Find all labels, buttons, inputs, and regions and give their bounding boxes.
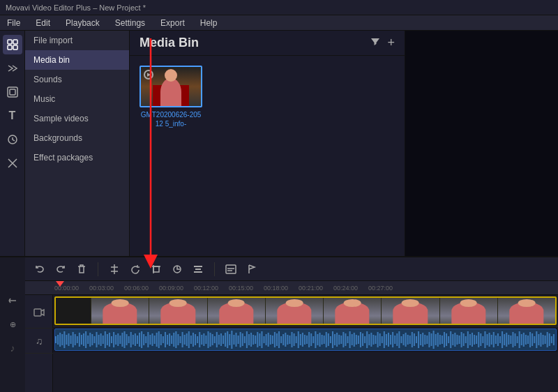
ruler-marks: 00:00:00 00:03:00 00:06:00 00:09:00 00:1… <box>25 285 558 292</box>
svg-rect-197 <box>424 335 425 345</box>
svg-rect-217 <box>467 331 469 348</box>
timeline-ruler: 00:00:00 00:03:00 00:06:00 00:09:00 00:1… <box>25 281 558 295</box>
media-bin-title: Media Bin <box>140 36 363 50</box>
video-clip[interactable] <box>54 296 557 325</box>
redo-icon[interactable] <box>53 262 68 277</box>
svg-rect-113 <box>244 336 246 343</box>
svg-rect-116 <box>250 333 252 347</box>
svg-rect-178 <box>384 331 385 348</box>
clock-tool-icon[interactable] <box>3 130 22 149</box>
menu-export[interactable]: Export <box>158 17 188 29</box>
svg-rect-111 <box>240 332 241 347</box>
media-item[interactable]: ▶ GMT20200626-20512 5_info- <box>140 66 202 128</box>
svg-rect-180 <box>388 333 389 347</box>
svg-rect-52 <box>113 332 114 347</box>
cut-icon[interactable] <box>107 262 122 277</box>
svg-rect-54 <box>117 333 119 346</box>
svg-rect-133 <box>287 335 288 345</box>
ruler-mark-7: 00:21:00 <box>299 285 333 292</box>
menu-edit[interactable]: Edit <box>33 17 53 29</box>
tools-tool-icon[interactable] <box>3 153 22 173</box>
sidebar-item-effect-packages[interactable]: Effect packages <box>25 148 129 167</box>
timeline-add-track-icon[interactable]: ⊕ <box>4 316 21 333</box>
sidebar-item-file-import[interactable]: File import <box>25 31 129 50</box>
svg-rect-132 <box>285 333 286 347</box>
svg-rect-56 <box>121 333 123 347</box>
delete-icon[interactable] <box>74 262 89 277</box>
svg-rect-97 <box>210 333 211 347</box>
svg-rect-92 <box>199 332 200 347</box>
menu-playback[interactable]: Playback <box>63 17 103 29</box>
svg-rect-103 <box>223 336 224 344</box>
video-track-label[interactable] <box>25 296 53 329</box>
transitions-tool-icon[interactable] <box>3 59 22 78</box>
timeline-zoom-icon[interactable] <box>4 292 21 309</box>
add-media-icon[interactable]: + <box>387 36 395 50</box>
app-title: Movavi Video Editor Plus – New Project * <box>6 3 146 12</box>
clip-frame-1 <box>91 298 149 324</box>
svg-rect-168 <box>362 333 363 346</box>
svg-rect-177 <box>382 336 383 343</box>
svg-rect-208 <box>448 336 449 343</box>
svg-rect-169 <box>364 336 365 343</box>
menu-settings[interactable]: Settings <box>112 17 148 29</box>
align-icon[interactable] <box>190 262 206 277</box>
svg-rect-117 <box>252 335 254 345</box>
ruler-mark-1: 00:03:00 <box>89 285 124 292</box>
svg-rect-35 <box>77 336 78 343</box>
import-tool-icon[interactable] <box>3 35 22 54</box>
audio-track[interactable] <box>53 327 558 352</box>
svg-rect-125 <box>270 335 271 345</box>
color-icon[interactable] <box>169 262 185 277</box>
svg-rect-126 <box>272 336 273 344</box>
svg-rect-160 <box>345 333 346 346</box>
sidebar-item-music[interactable]: Music <box>25 89 129 109</box>
svg-rect-66 <box>143 334 144 345</box>
svg-rect-51 <box>111 336 112 343</box>
svg-rect-105 <box>227 331 228 348</box>
svg-rect-90 <box>195 334 196 345</box>
svg-rect-242 <box>521 334 522 345</box>
svg-rect-31 <box>68 333 69 346</box>
filter-icon[interactable] <box>370 37 380 49</box>
sidebar-item-backgrounds[interactable]: Backgrounds <box>25 128 129 148</box>
svg-rect-183 <box>394 336 395 344</box>
media-thumbnail[interactable]: ▶ <box>140 66 202 107</box>
svg-rect-89 <box>193 333 194 347</box>
svg-rect-83 <box>179 336 181 343</box>
svg-rect-142 <box>306 336 308 344</box>
svg-rect-74 <box>160 334 162 345</box>
svg-rect-257 <box>553 334 555 345</box>
text-tool-icon[interactable]: T <box>3 106 22 126</box>
clip-frame-2 <box>149 298 206 324</box>
svg-rect-58 <box>126 334 128 345</box>
rotate-icon[interactable] <box>128 262 143 277</box>
sidebar-item-sample-videos[interactable]: Sample videos <box>25 109 129 128</box>
menu-file[interactable]: File <box>4 17 23 29</box>
timeline-audio-icon[interactable]: ♪ <box>4 340 21 356</box>
subtitle-icon[interactable] <box>223 262 239 277</box>
flag-icon[interactable] <box>244 262 259 277</box>
crop-icon[interactable] <box>149 262 164 277</box>
audio-waveform <box>54 329 557 351</box>
audio-track-label[interactable]: ♫ <box>25 329 53 354</box>
svg-rect-100 <box>216 332 218 347</box>
ruler-mark-4: 00:12:00 <box>194 285 229 292</box>
video-track[interactable] <box>53 295 558 327</box>
sidebar-item-media-bin[interactable]: Media bin <box>25 50 129 70</box>
filters-tool-icon[interactable] <box>3 82 22 102</box>
sidebar-item-sounds[interactable]: Sounds <box>25 70 129 89</box>
svg-rect-141 <box>304 335 306 345</box>
clip-frame-3 <box>208 298 265 324</box>
svg-rect-213 <box>459 336 460 344</box>
svg-rect-143 <box>308 332 310 347</box>
svg-rect-191 <box>412 332 413 347</box>
svg-rect-50 <box>109 333 110 347</box>
svg-rect-203 <box>437 333 439 347</box>
undo-icon[interactable] <box>32 262 47 277</box>
menu-help[interactable]: Help <box>197 17 220 29</box>
svg-rect-238 <box>512 332 513 347</box>
svg-rect-194 <box>418 331 419 348</box>
svg-rect-219 <box>472 333 473 347</box>
svg-rect-253 <box>545 336 546 344</box>
